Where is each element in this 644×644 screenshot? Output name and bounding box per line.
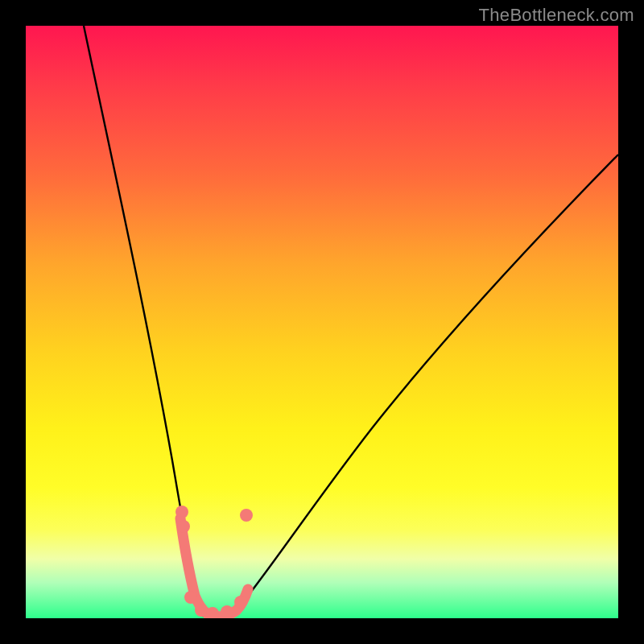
outer-frame: TheBottleneck.com bbox=[0, 0, 644, 644]
svg-point-7 bbox=[240, 509, 253, 522]
svg-point-0 bbox=[175, 506, 188, 518]
svg-point-5 bbox=[221, 605, 233, 618]
watermark-text: TheBottleneck.com bbox=[479, 5, 634, 26]
svg-point-3 bbox=[195, 604, 208, 617]
plot-area bbox=[26, 26, 618, 618]
curve-right bbox=[203, 155, 618, 617]
svg-point-2 bbox=[184, 591, 197, 604]
svg-point-6 bbox=[234, 596, 247, 609]
curve-layer bbox=[26, 26, 618, 618]
svg-point-1 bbox=[177, 520, 190, 533]
